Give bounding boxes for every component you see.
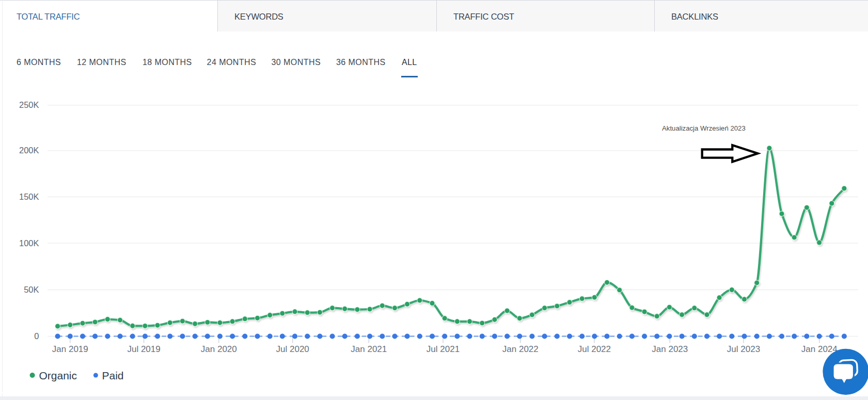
svg-text:Jan 2019: Jan 2019 [52,344,88,354]
svg-text:Jan 2024: Jan 2024 [801,344,838,354]
svg-text:Jul 2020: Jul 2020 [276,344,309,354]
svg-text:Paid: Paid [102,370,124,381]
svg-text:100K: 100K [19,238,39,248]
svg-text:Aktualizacja Wrzesień 2023: Aktualizacja Wrzesień 2023 [662,124,746,132]
svg-text:Jul 2023: Jul 2023 [727,344,760,354]
svg-text:50K: 50K [24,285,39,294]
svg-text:Jan 2021: Jan 2021 [351,344,387,354]
svg-text:Jul 2021: Jul 2021 [427,344,460,354]
svg-text:Organic: Organic [39,370,77,381]
svg-text:200K: 200K [19,146,39,155]
svg-text:Jan 2020: Jan 2020 [201,344,237,354]
svg-text:150K: 150K [19,192,39,201]
svg-text:Jan 2023: Jan 2023 [652,344,688,354]
svg-text:250K: 250K [19,100,39,109]
svg-text:Jan 2022: Jan 2022 [502,344,539,354]
svg-text:Jul 2019: Jul 2019 [127,344,160,354]
svg-text:Jul 2022: Jul 2022 [578,344,611,354]
svg-text:0: 0 [34,331,39,341]
